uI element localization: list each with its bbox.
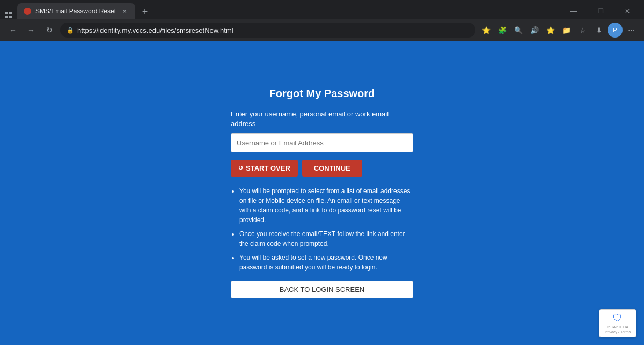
browser-extension-icon[interactable]: 🧩 (495, 23, 510, 38)
tab-bar: SMS/Email Password Reset × + — ❐ ✕ (0, 0, 644, 19)
start-over-button[interactable]: ↺ START OVER (231, 160, 298, 177)
window-controls-right: — ❐ ✕ (561, 3, 640, 19)
svg-rect-1 (9, 12, 12, 14)
window-controls-left (4, 11, 13, 19)
continue-button[interactable]: CONTINUE (302, 160, 362, 177)
back-button[interactable]: ← (5, 23, 20, 38)
info-list: You will be prompted to select from a li… (231, 186, 413, 272)
page-title: Forgot My Password (231, 87, 413, 100)
active-tab[interactable]: SMS/Email Password Reset × (17, 3, 135, 19)
read-aloud-icon[interactable]: 🔊 (527, 23, 542, 38)
restore-button[interactable]: ❐ (588, 3, 613, 19)
username-email-input[interactable] (231, 133, 413, 152)
url-text: https://identity.my.vccs.edu/files/smsre… (77, 26, 233, 34)
tab-title: SMS/Email Password Reset (35, 8, 116, 15)
address-bar[interactable]: 🔒 https://identity.my.vccs.edu/files/sms… (60, 23, 475, 38)
forward-button[interactable]: → (24, 23, 39, 38)
new-tab-button[interactable]: + (137, 4, 152, 19)
close-button[interactable]: ✕ (615, 3, 640, 19)
toolbar-icons: ⭐ 🧩 🔍 🔊 ⭐ 📁 ☆ ⬇ P ⋯ (479, 23, 639, 38)
window-app-icon (4, 11, 13, 19)
settings-icon[interactable]: ⋯ (624, 23, 639, 38)
back-to-login-button[interactable]: BACK TO LOGIN SCREEN (231, 281, 413, 298)
tab-search-icon[interactable]: 🔍 (511, 23, 526, 38)
tab-close-button[interactable]: × (120, 7, 129, 16)
svg-rect-0 (5, 12, 8, 14)
page-content: Forgot My Password Enter your username, … (0, 41, 644, 345)
info-item-1: You will be prompted to select from a li… (239, 186, 413, 225)
lock-icon: 🔒 (67, 27, 74, 34)
recaptcha-label: reCAPTCHA (607, 325, 628, 329)
recaptcha-links: Privacy - Terms (605, 330, 631, 334)
add-to-favorites-icon[interactable]: ☆ (575, 23, 590, 38)
refresh-icon: ↺ (238, 165, 243, 172)
password-reset-card: Forgot My Password Enter your username, … (231, 87, 413, 298)
favorites-icon[interactable]: ⭐ (543, 23, 558, 38)
button-row: ↺ START OVER CONTINUE (231, 160, 413, 177)
page-subtitle: Enter your username, personal email or w… (231, 109, 413, 129)
profile-button[interactable]: P (608, 23, 623, 38)
collections-icon[interactable]: 📁 (559, 23, 574, 38)
tab-favicon (24, 8, 31, 15)
recaptcha-logo-icon: 🛡 (613, 313, 623, 324)
minimize-button[interactable]: — (561, 3, 586, 19)
recaptcha-badge: 🛡 reCAPTCHA Privacy - Terms (599, 309, 636, 337)
info-item-3: You will be asked to set a new password.… (239, 253, 413, 272)
svg-rect-3 (9, 16, 12, 18)
downloads-icon[interactable]: ⬇ (591, 23, 606, 38)
profile-score-icon[interactable]: ⭐ (479, 23, 494, 38)
address-bar-row: ← → ↻ 🔒 https://identity.my.vccs.edu/fil… (0, 19, 644, 41)
svg-rect-2 (5, 16, 8, 18)
browser-chrome: SMS/Email Password Reset × + — ❐ ✕ ← → ↻… (0, 0, 644, 41)
refresh-button[interactable]: ↻ (42, 23, 57, 38)
info-item-2: Once you receive the email/TEXT follow t… (239, 229, 413, 248)
